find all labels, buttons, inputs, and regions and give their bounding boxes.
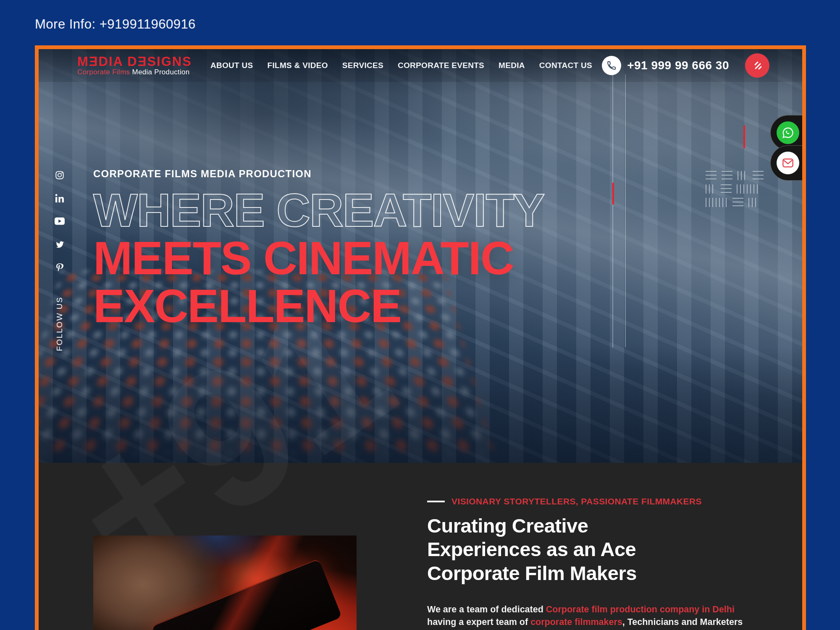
main-header: MƎDIA DƎSIGNS Corporate Films Media Prod…: [39, 49, 802, 82]
about-eyebrow: VISIONARY STORYTELLERS, PASSIONATE FILMM…: [427, 496, 759, 507]
menu-button[interactable]: [745, 53, 769, 78]
main-nav: ABOUT US FILMS & VIDEO SERVICES CORPORAT…: [210, 61, 592, 70]
decorative-red-dash: [612, 183, 614, 205]
para-text: We are a team of dedicated: [427, 604, 546, 614]
email-icon: [777, 152, 799, 174]
header-phone-number: +91 999 99 666 30: [627, 59, 729, 72]
background-pole-line: [625, 74, 626, 347]
diagonal-menu-icon: [751, 59, 764, 72]
about-text-column: VISIONARY STORYTELLERS, PASSIONATE FILMM…: [427, 496, 759, 630]
hero-copy: CORPORATE FILMS MEDIA PRODUCTION WHERE C…: [93, 168, 544, 331]
decorative-dash-pattern: [706, 171, 764, 207]
nav-corporate-events[interactable]: CORPORATE EVENTS: [398, 61, 484, 70]
logo[interactable]: MƎDIA DƎSIGNS Corporate Films Media Prod…: [77, 55, 192, 76]
link-corporate-filmmakers[interactable]: corporate filmmakers: [530, 617, 622, 627]
email-float-button[interactable]: [770, 145, 802, 181]
hero-title: WHERE CREATIVITY MEETS CINEMATIC EXCELLE…: [93, 186, 544, 331]
link-corporate-film-production[interactable]: Corporate film production company in Del…: [546, 604, 735, 614]
nav-films-video[interactable]: FILMS & VIDEO: [268, 61, 328, 70]
logo-subtitle: Corporate Films Media Production: [77, 68, 192, 76]
about-eyebrow-label: VISIONARY STORYTELLERS, PASSIONATE FILMM…: [452, 496, 702, 507]
about-paragraph: We are a team of dedicated Corporate fil…: [427, 604, 753, 630]
hero-title-red-line-2: EXCELLENCE: [93, 282, 544, 330]
header-phone[interactable]: +91 999 99 666 30: [602, 56, 729, 75]
follow-us-label: FOLLOW US: [55, 297, 64, 351]
phone-icon: [602, 56, 621, 75]
cameraman-photo: [93, 536, 357, 630]
nav-services[interactable]: SERVICES: [342, 61, 383, 70]
about-heading: Curating Creative Experiences as an Ace …: [427, 514, 673, 585]
nav-media[interactable]: MEDIA: [499, 61, 525, 70]
youtube-icon[interactable]: [55, 216, 65, 226]
pinterest-icon[interactable]: [55, 262, 65, 273]
logo-title: MƎDIA DƎSIGNS: [77, 55, 192, 69]
about-section: +91 VISIONARY STORYTELLERS, PASSIONATE F…: [39, 463, 802, 630]
para-text: having a expert team of: [427, 617, 530, 627]
site-page-frame: MƎDIA DƎSIGNS Corporate Films Media Prod…: [35, 45, 806, 630]
more-info-phone: More Info: +919911960916: [35, 17, 196, 32]
social-rail: FOLLOW US: [39, 170, 81, 351]
instagram-icon[interactable]: [55, 170, 65, 180]
logo-subtitle-rest: Media Production: [130, 68, 189, 76]
red-light-streak: [93, 536, 357, 630]
twitter-icon[interactable]: [55, 239, 65, 249]
decorative-red-dash: [743, 126, 745, 148]
nav-contact-us[interactable]: CONTACT US: [539, 61, 592, 70]
eyebrow-dash: [427, 501, 445, 502]
hero-title-outline-line: WHERE CREATIVITY: [93, 186, 544, 234]
whatsapp-icon: [777, 121, 799, 144]
hero-eyebrow: CORPORATE FILMS MEDIA PRODUCTION: [93, 168, 544, 180]
logo-subtitle-accent: Corporate Films: [77, 68, 130, 76]
background-pole-line: [612, 74, 613, 347]
hero-title-red-line-1: MEETS CINEMATIC: [93, 234, 544, 282]
nav-about-us[interactable]: ABOUT US: [210, 61, 253, 70]
linkedin-icon[interactable]: [55, 193, 65, 203]
